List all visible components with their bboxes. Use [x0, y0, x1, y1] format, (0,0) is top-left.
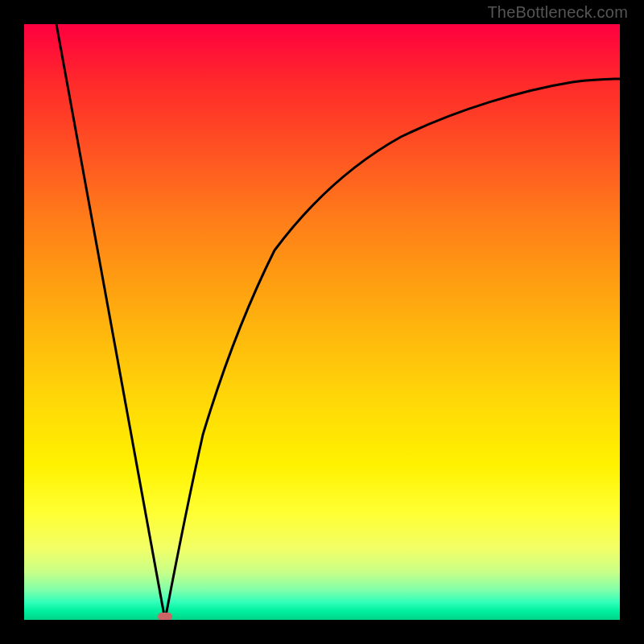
curve-left-branch [56, 24, 165, 620]
bottleneck-marker [158, 613, 172, 620]
plot-area [24, 24, 620, 620]
watermark-text: TheBottleneck.com [487, 3, 628, 22]
curve-right-branch [165, 79, 620, 620]
chart-frame: TheBottleneck.com [0, 0, 644, 644]
bottleneck-curve [24, 24, 620, 620]
